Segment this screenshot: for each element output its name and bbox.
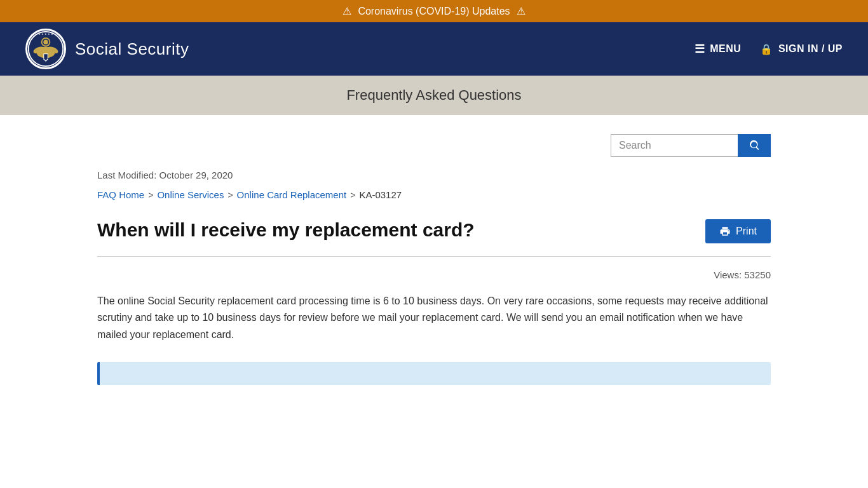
search-area xyxy=(97,134,771,157)
breadcrumb-online-services[interactable]: Online Services xyxy=(157,189,224,200)
breadcrumb-separator-1: > xyxy=(148,190,153,200)
menu-button[interactable]: ☰ MENU xyxy=(695,42,742,56)
print-icon xyxy=(719,226,731,237)
article-header: When will I receive my replacement card?… xyxy=(97,219,771,243)
signin-label: SIGN IN / UP xyxy=(778,43,843,55)
breadcrumb: FAQ Home > Online Services > Online Card… xyxy=(97,189,771,200)
print-button[interactable]: Print xyxy=(705,219,771,243)
breadcrumb-faq-home[interactable]: FAQ Home xyxy=(97,189,144,200)
main-nav: ☰ MENU 🔒 SIGN IN / UP xyxy=(695,42,843,56)
svg-text:★ ★ ★ ★ ★: ★ ★ ★ ★ ★ xyxy=(38,33,53,36)
lock-icon: 🔒 xyxy=(760,43,773,55)
search-input[interactable] xyxy=(611,134,738,157)
menu-label: MENU xyxy=(710,43,741,55)
print-label: Print xyxy=(736,226,757,237)
alert-banner: ⚠ Coronavirus (COVID-19) Updates ⚠ xyxy=(0,0,868,22)
warning-icon-right: ⚠ xyxy=(517,6,526,17)
warning-icon-left: ⚠ xyxy=(342,6,351,17)
site-logo-link[interactable]: ★ ★ ★ ★ ★ Social Security xyxy=(25,29,189,69)
article-title: When will I receive my replacement card? xyxy=(97,219,693,241)
site-title: Social Security xyxy=(75,39,189,59)
logo-circle: ★ ★ ★ ★ ★ xyxy=(25,29,66,69)
info-box xyxy=(97,362,771,385)
search-form xyxy=(611,134,771,157)
alert-text: Coronavirus (COVID-19) Updates xyxy=(358,6,510,17)
breadcrumb-online-card-replacement[interactable]: Online Card Replacement xyxy=(237,189,347,200)
svg-point-6 xyxy=(43,40,48,44)
page-subtitle: Frequently Asked Questions xyxy=(25,87,843,104)
breadcrumb-separator-2: > xyxy=(227,190,233,200)
article-body: The online Social Security replacement c… xyxy=(97,293,771,343)
article-divider xyxy=(97,256,771,257)
hamburger-icon: ☰ xyxy=(695,42,705,56)
main-content: Last Modified: October 29, 2020 FAQ Home… xyxy=(72,115,796,410)
site-header: ★ ★ ★ ★ ★ Social Security ☰ MENU 🔒 SIGN … xyxy=(0,22,868,76)
views-count: Views: 53250 xyxy=(97,269,771,280)
breadcrumb-article-id: KA-03127 xyxy=(359,189,402,200)
last-modified: Last Modified: October 29, 2020 xyxy=(97,170,771,180)
signin-button[interactable]: 🔒 SIGN IN / UP xyxy=(760,43,843,55)
search-button[interactable] xyxy=(738,134,771,157)
search-icon xyxy=(748,139,761,152)
breadcrumb-separator-3: > xyxy=(350,190,355,200)
ssa-logo-icon: ★ ★ ★ ★ ★ xyxy=(27,30,64,67)
page-subtitle-banner: Frequently Asked Questions xyxy=(0,76,868,115)
